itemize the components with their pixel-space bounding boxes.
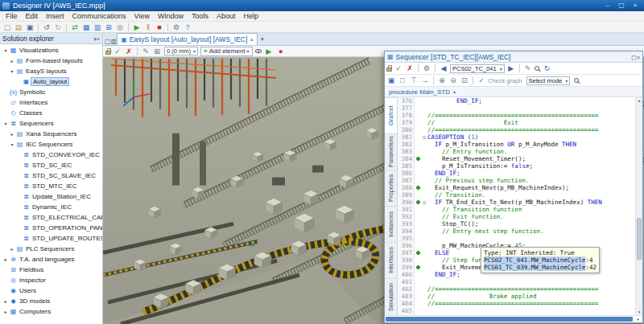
code-line-392[interactable]: // Exit function. <box>415 213 635 220</box>
tree-item-std-mtc-iec[interactable]: ≣STD_MTC_IEC <box>0 181 102 191</box>
redo-icon[interactable]: ↻ <box>53 23 63 31</box>
code-line-403[interactable]: // Brake applied <box>415 293 635 300</box>
pause-icon[interactable]: ‖ <box>143 23 153 31</box>
expanded-arrow-icon[interactable]: ▾ <box>2 121 9 126</box>
zoom-in-icon[interactable]: ⊕ <box>437 76 447 84</box>
collapsed-arrow-icon[interactable]: ▸ <box>2 298 9 304</box>
new-file-icon[interactable]: ▢ <box>2 23 12 31</box>
code-line-388[interactable]: Exit_Request_Next(p_MB_MachineIndex); <box>415 184 635 191</box>
add-element-button[interactable]: + Add element ▾ <box>200 47 253 56</box>
tree-item-sequencers[interactable]: ▾≣Sequencers <box>0 118 102 129</box>
tab-close-icon[interactable]: × <box>250 36 254 43</box>
code-line-376[interactable]: END_IF; <box>415 97 635 105</box>
collapsed-arrow-icon[interactable]: ▸ <box>2 256 9 262</box>
menu-edit[interactable]: Edit <box>22 12 43 20</box>
tree-item-update-station-iec[interactable]: ≣Update_Station_IEC <box>0 191 102 202</box>
code-lines[interactable]: END_IF;//===============================… <box>415 97 635 315</box>
tree-item-iec-sequencers[interactable]: ▾▤IEC Sequencers <box>0 139 102 150</box>
tab-simulation[interactable]: Simulation <box>385 278 397 314</box>
help-icon[interactable]: ? <box>183 23 192 31</box>
code-line-377[interactable] <box>415 105 635 112</box>
collapsed-arrow-icon[interactable]: ▸ <box>9 246 15 252</box>
tree-item-interfaces[interactable]: ▱Interfaces <box>0 97 102 108</box>
code-line-379[interactable]: // Exit <box>415 119 635 126</box>
tab-properties[interactable]: Properties <box>385 170 397 206</box>
scroll-down-icon[interactable]: ▼ <box>636 309 642 315</box>
collapsed-arrow-icon[interactable]: ▸ <box>9 131 15 137</box>
lock-icon[interactable] <box>386 68 392 72</box>
camera-icon[interactable]: ◎ <box>115 23 125 31</box>
cancel-icon[interactable]: ✗ <box>124 47 134 55</box>
code-line-404[interactable]: //======================================… <box>415 300 635 307</box>
maximize-button[interactable]: ▢ <box>615 1 628 10</box>
settings-icon[interactable]: ⚙ <box>171 23 181 31</box>
tree-item-symbolic[interactable]: {x}Symbolic <box>0 87 102 97</box>
procedure-breadcrumb[interactable]: procedure Main_STD ▾ <box>385 87 642 97</box>
tab-easys-layout[interactable]: ▣ EasyS layout [Auto_layout] [AWS_IEC] × <box>117 33 258 45</box>
expanded-arrow-icon[interactable]: ▾ <box>9 68 15 74</box>
menu-help[interactable]: Help <box>240 12 263 20</box>
code-line-381[interactable]: ⊟CASEOPTION (1) <box>415 133 635 141</box>
tree-item-auto-layout[interactable]: ▣Auto_layout <box>0 76 102 87</box>
horizontal-scroll-thumb[interactable] <box>386 317 633 322</box>
tree-item-classes[interactable]: ◇Classes <box>0 108 102 118</box>
dock-window-icon[interactable]: ▢ <box>105 38 111 45</box>
visibility-icon[interactable] <box>255 49 262 53</box>
close-panel-icon[interactable]: × <box>97 36 100 42</box>
tree-item-t-a-and-languages[interactable]: ▸⊕T.A. and languages <box>0 254 102 265</box>
split-window-icon[interactable]: ▥ <box>111 38 118 45</box>
code-line-382[interactable]: IF p_M_IsTransition OR p_M_AnyMode THEN <box>415 141 635 148</box>
tab-parameters[interactable]: Parameters <box>385 133 397 170</box>
float-window-icon[interactable]: ▢ <box>631 55 637 60</box>
code-line-405[interactable] <box>415 307 635 314</box>
tab-instances[interactable]: Instances <box>385 206 397 242</box>
collapsed-arrow-icon[interactable]: ▸ <box>2 309 9 314</box>
menu-file[interactable]: File <box>2 12 22 20</box>
graph-search-icon[interactable] <box>574 78 579 83</box>
edit-icon[interactable]: ✎ <box>523 64 533 72</box>
code-line-395[interactable] <box>415 235 635 242</box>
play-icon[interactable]: ▶ <box>132 23 142 31</box>
tree-item-visualizations[interactable]: ▾▦Visualizations <box>0 45 102 55</box>
menu-insert[interactable]: Insert <box>42 12 68 20</box>
apply-icon[interactable]: ✓ <box>394 64 403 72</box>
code-line-385[interactable]: p_M_IsTransition:= false; <box>415 162 635 170</box>
scroll-thumb[interactable] <box>637 218 642 260</box>
code-line-387[interactable]: // Previous step function. <box>415 177 635 184</box>
tree-item-plc-sequencers[interactable]: ▸▤PLC Sequencers <box>0 244 102 254</box>
edit-icon[interactable]: ✎ <box>141 47 151 55</box>
next-device-icon[interactable]: ▶ <box>506 64 516 72</box>
transition-icon[interactable]: ⊤ <box>409 76 419 84</box>
code-line-401[interactable] <box>415 278 635 285</box>
connect-icon[interactable]: ⇄ <box>70 23 80 31</box>
grid-icon[interactable]: ⊞ <box>104 23 114 31</box>
prev-device-icon[interactable]: ◀ <box>439 64 448 72</box>
code-line-393[interactable]: Stop_TC(); <box>415 220 635 228</box>
snap-grid-icon[interactable]: ⊞ <box>152 47 162 55</box>
measure-display[interactable]: 0 (0 mm) ▾ <box>164 47 198 55</box>
menu-communications[interactable]: Communications <box>68 12 130 20</box>
device-selector[interactable]: PCS02_TC_041 ▾ <box>450 64 505 73</box>
tab-grafcet[interactable]: Grafcet <box>385 97 397 133</box>
monitor-icon[interactable]: ▦ <box>81 23 91 31</box>
code-line-378[interactable]: //======================================… <box>415 112 635 119</box>
tree-item-xana-sequencers[interactable]: ▸▤Xana Sequencers <box>0 129 102 139</box>
zoom-fit-icon[interactable]: ⊡ <box>460 76 469 84</box>
code-line-402[interactable]: //======================================… <box>415 285 635 293</box>
code-line-386[interactable]: END_IF; <box>415 170 635 177</box>
stop-icon[interactable]: ■ <box>155 23 164 31</box>
jump-icon[interactable]: → <box>420 76 430 84</box>
code-line-384[interactable]: Reset_Movement_Timer(); <box>415 155 635 162</box>
menu-about[interactable]: About <box>213 12 240 20</box>
fold-collapse-icon[interactable]: ⊟ <box>421 199 427 206</box>
refresh-icon[interactable]: ↻ <box>543 64 552 72</box>
tree-item-std-update-routes-iec[interactable]: ≣STD_UPDATE_ROUTES_IEC <box>0 233 102 244</box>
collapsed-arrow-icon[interactable]: ▸ <box>9 58 15 64</box>
tree-item-inspector[interactable]: ◎Inspector <box>0 275 102 285</box>
tree-item-std-sc-iec[interactable]: ≣STD_SC_IEC <box>0 160 102 170</box>
check-graph-label[interactable]: Check graph <box>488 77 522 84</box>
monitor-layout-icon[interactable]: ▥ <box>93 23 102 31</box>
tree-item-std-electrical-cabi[interactable]: ≣STD_ELECTRICAL_CABI... <box>0 212 102 223</box>
record-icon[interactable]: ● <box>276 47 286 55</box>
code-line-391[interactable]: // Transition function <box>415 206 635 213</box>
